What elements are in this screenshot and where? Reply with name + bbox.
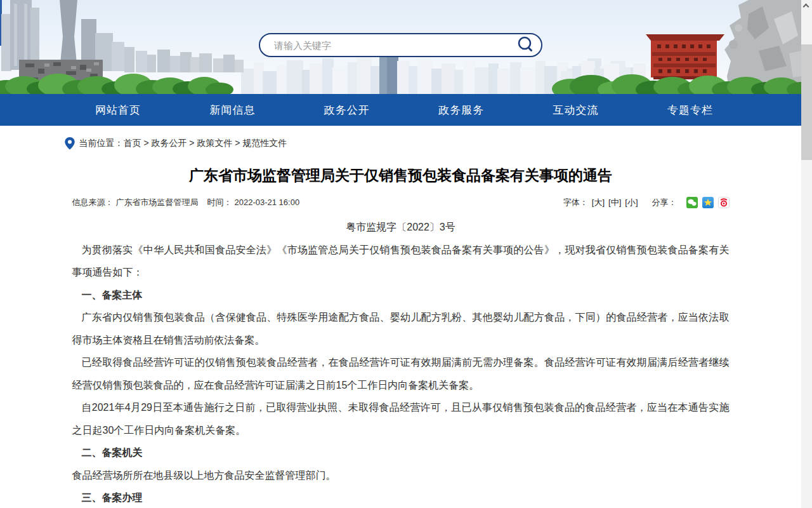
search-button[interactable] — [516, 34, 541, 56]
location-pin-icon — [65, 137, 75, 150]
doc-number: 粤市监规字〔2022〕3号 — [72, 216, 730, 239]
font-size-button[interactable]: [大] — [592, 197, 605, 208]
article-paragraph: 一、备案主体 — [72, 284, 730, 307]
article-body: 为贯彻落实《中华人民共和国食品安全法》《市场监管总局关于仅销售预包装食品备案有关… — [72, 239, 730, 508]
time-label: 时间： — [207, 197, 232, 207]
share-label: 分享： — [652, 197, 677, 208]
magnifier-icon — [517, 36, 534, 53]
article-paragraph: 三、备案办理 — [72, 486, 730, 508]
article-paragraph: 已经取得食品经营许可证的仅销售预包装食品经营者，在食品经营许可证有效期届满前无需… — [72, 351, 730, 396]
nav-item[interactable]: 政务公开 — [303, 103, 391, 117]
article-meta-right: 字体： [大][中][小] 分享： — [563, 197, 730, 208]
scrollbar-up-arrow-icon[interactable] — [803, 4, 809, 10]
source-value: 广东省市场监督管理局 — [116, 197, 199, 207]
font-size-button[interactable]: [小] — [625, 197, 638, 208]
main-nav: 网站首页 新闻信息 政务公开 政务服务 互动交流 专题专栏 — [0, 94, 812, 126]
page-title: 广东省市场监督管理局关于仅销售预包装食品备案有关事项的通告 — [72, 165, 730, 185]
share-qzone-icon[interactable] — [702, 197, 714, 208]
time-value: 2022-03-21 16:00 — [235, 197, 300, 207]
article-meta-left: 信息来源：广东省市场监督管理局时间：2022-03-21 16:00 — [72, 197, 303, 208]
breadcrumb: 当前位置： 首页 > 政务公开 > 政策文件 > 规范性文件 — [65, 137, 730, 150]
nav-item[interactable]: 新闻信息 — [188, 103, 277, 117]
font-size-button[interactable]: [中] — [608, 197, 621, 208]
search-input[interactable] — [260, 40, 516, 51]
article-paragraph: 食品经营场所所在地县级以上地方食品安全监督管理部门。 — [72, 464, 730, 487]
source-label: 信息来源： — [72, 197, 114, 207]
article-paragraph: 二、备案机关 — [72, 441, 730, 464]
article-paragraph: 广东省内仅销售预包装食品（含保健食品、特殊医学用途配方食品、婴幼儿配方乳粉、其他… — [72, 306, 730, 351]
nav-item[interactable]: 互动交流 — [532, 103, 620, 117]
article-paragraph: 为贯彻落实《中华人民共和国食品安全法》《市场监管总局关于仅销售预包装食品备案有关… — [72, 239, 730, 284]
scrollbar-thumb[interactable] — [801, 44, 812, 160]
share-wechat-icon[interactable] — [686, 197, 698, 208]
article-meta: 信息来源：广东省市场监督管理局时间：2022-03-21 16:00 字体： [… — [72, 197, 730, 208]
nav-item[interactable]: 政务服务 — [417, 103, 506, 117]
font-size-label: 字体： — [563, 197, 588, 208]
header-banner — [0, 0, 812, 94]
article-paragraph: 自2021年4月29日至本通告施行之日前，已取得营业执照、未取得食品经营许可，且… — [72, 396, 730, 441]
nav-item[interactable]: 网站首页 — [74, 103, 162, 117]
main-content: 当前位置： 首页 > 政务公开 > 政策文件 > 规范性文件 广东省市场监督管理… — [0, 137, 801, 508]
nav-item[interactable]: 专题专栏 — [646, 103, 735, 117]
vertical-scrollbar[interactable] — [801, 0, 812, 508]
article: 粤市监规字〔2022〕3号 为贯彻落实《中华人民共和国食品安全法》《市场监管总局… — [72, 216, 730, 508]
pagoda — [646, 34, 724, 79]
breadcrumb-path[interactable]: 首页 > 政务公开 > 政策文件 > 规范性文件 — [124, 138, 287, 149]
breadcrumb-label: 当前位置： — [79, 138, 124, 149]
share-weibo-icon[interactable] — [718, 197, 730, 208]
search-box — [259, 33, 542, 57]
